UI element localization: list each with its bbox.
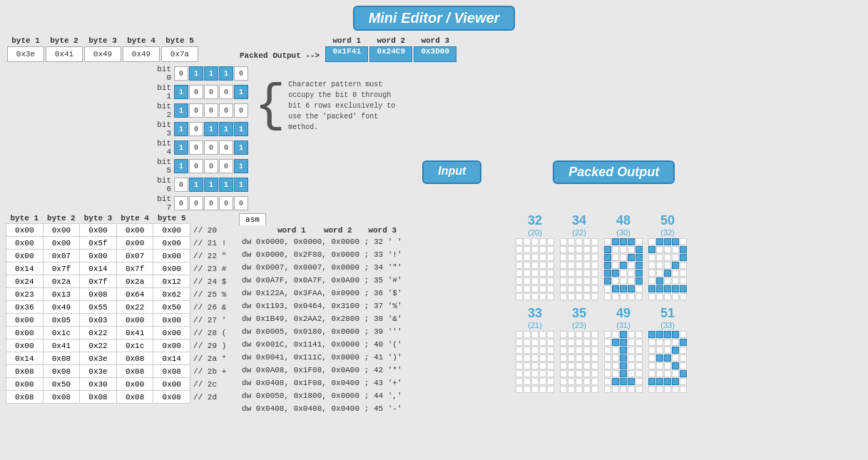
- bit-cell-r7-c1[interactable]: 0: [189, 196, 203, 210]
- bit-cell-r0-c0[interactable]: 0: [174, 66, 188, 81]
- input-cell-r6-c4[interactable]: 0x50: [153, 301, 190, 314]
- input-cell-r12-c4[interactable]: 0x00: [153, 378, 190, 391]
- bit-cell-r3-c0[interactable]: 1: [174, 122, 188, 136]
- input-cell-r3-c2[interactable]: 0x14: [80, 262, 117, 275]
- input-cell-r13-c3[interactable]: 0x08: [116, 391, 153, 404]
- input-cell-r2-c1[interactable]: 0x07: [43, 250, 80, 262]
- bit-cell-r6-c2[interactable]: 1: [204, 178, 218, 192]
- bit-cell-r2-c2[interactable]: 0: [204, 103, 218, 118]
- bit-cell-r1-c0[interactable]: 1: [174, 85, 188, 99]
- byte-input-2[interactable]: [46, 46, 83, 62]
- input-cell-r1-c0[interactable]: 0x00: [6, 237, 44, 250]
- bit-cell-r1-c3[interactable]: 0: [219, 85, 233, 99]
- input-cell-r4-c1[interactable]: 0x2a: [43, 275, 80, 288]
- input-cell-r13-c0[interactable]: 0x08: [6, 391, 44, 404]
- bit-cell-r5-c4[interactable]: 1: [234, 159, 248, 173]
- input-cell-r5-c2[interactable]: 0x08: [80, 288, 117, 301]
- input-cell-r10-c4[interactable]: 0x14: [153, 352, 190, 365]
- input-cell-r8-c0[interactable]: 0x00: [6, 327, 44, 339]
- input-cell-r10-c3[interactable]: 0x08: [116, 352, 153, 365]
- byte-input-5[interactable]: [161, 46, 198, 62]
- bit-cell-r6-c0[interactable]: 0: [174, 178, 188, 192]
- input-cell-r2-c4[interactable]: 0x00: [153, 250, 190, 262]
- input-cell-r7-c3[interactable]: 0x00: [116, 314, 153, 327]
- input-cell-r11-c1[interactable]: 0x08: [43, 365, 80, 378]
- input-cell-r7-c4[interactable]: 0x00: [153, 314, 190, 327]
- bit-cell-r4-c4[interactable]: 1: [234, 140, 248, 155]
- bit-cell-r3-c2[interactable]: 1: [204, 122, 218, 136]
- byte-input-1[interactable]: [7, 46, 44, 62]
- input-cell-r11-c2[interactable]: 0x3e: [80, 365, 117, 378]
- bit-cell-r3-c3[interactable]: 1: [219, 122, 233, 136]
- input-cell-r5-c1[interactable]: 0x13: [43, 288, 80, 301]
- input-cell-r12-c3[interactable]: 0x00: [116, 378, 153, 391]
- input-cell-r0-c3[interactable]: 0x00: [116, 224, 153, 237]
- input-cell-r9-c1[interactable]: 0x41: [43, 339, 80, 352]
- byte-input-4[interactable]: [123, 46, 160, 62]
- input-cell-r3-c0[interactable]: 0x14: [6, 262, 44, 275]
- bit-cell-r0-c2[interactable]: 1: [204, 66, 218, 81]
- input-cell-r12-c0[interactable]: 0x00: [6, 378, 44, 391]
- input-cell-r4-c3[interactable]: 0x2a: [116, 275, 153, 288]
- input-cell-r0-c2[interactable]: 0x00: [80, 224, 117, 237]
- bit-cell-r3-c1[interactable]: 0: [189, 122, 203, 136]
- input-cell-r11-c3[interactable]: 0x08: [116, 365, 153, 378]
- byte-input-3[interactable]: [84, 46, 121, 62]
- bit-cell-r1-c4[interactable]: 1: [234, 85, 248, 99]
- bit-cell-r7-c3[interactable]: 0: [219, 196, 233, 210]
- input-cell-r13-c4[interactable]: 0x08: [153, 391, 190, 404]
- input-cell-r6-c0[interactable]: 0x36: [6, 301, 44, 314]
- bit-cell-r0-c3[interactable]: 1: [219, 66, 233, 81]
- input-cell-r7-c0[interactable]: 0x00: [6, 314, 44, 327]
- input-cell-r8-c3[interactable]: 0x41: [116, 327, 153, 339]
- bit-cell-r2-c4[interactable]: 0: [234, 103, 248, 118]
- bit-cell-r6-c4[interactable]: 1: [234, 178, 248, 192]
- input-cell-r2-c2[interactable]: 0x00: [80, 250, 117, 262]
- bit-cell-r2-c3[interactable]: 0: [219, 103, 233, 118]
- bit-cell-r2-c0[interactable]: 1: [174, 103, 188, 118]
- bit-cell-r0-c1[interactable]: 1: [189, 66, 203, 81]
- input-cell-r7-c1[interactable]: 0x05: [43, 314, 80, 327]
- bit-cell-r5-c3[interactable]: 0: [219, 159, 233, 173]
- input-cell-r13-c2[interactable]: 0x08: [80, 391, 117, 404]
- input-cell-r1-c3[interactable]: 0x00: [116, 237, 153, 250]
- input-cell-r10-c1[interactable]: 0x08: [43, 352, 80, 365]
- input-cell-r8-c4[interactable]: 0x00: [153, 327, 190, 339]
- bit-cell-r7-c2[interactable]: 0: [204, 196, 218, 210]
- input-cell-r1-c2[interactable]: 0x5f: [80, 237, 117, 250]
- input-cell-r10-c0[interactable]: 0x14: [6, 352, 44, 365]
- input-cell-r11-c0[interactable]: 0x08: [6, 365, 44, 378]
- bit-cell-r4-c1[interactable]: 0: [189, 140, 203, 155]
- input-cell-r9-c4[interactable]: 0x00: [153, 339, 190, 352]
- input-cell-r13-c1[interactable]: 0x08: [43, 391, 80, 404]
- input-cell-r4-c0[interactable]: 0x24: [6, 275, 44, 288]
- bit-cell-r1-c2[interactable]: 0: [204, 85, 218, 99]
- input-cell-r6-c3[interactable]: 0x22: [116, 301, 153, 314]
- input-cell-r6-c1[interactable]: 0x49: [43, 301, 80, 314]
- bit-cell-r4-c0[interactable]: 1: [174, 140, 188, 155]
- input-cell-r3-c1[interactable]: 0x7f: [43, 262, 80, 275]
- input-cell-r4-c4[interactable]: 0x12: [153, 275, 190, 288]
- input-cell-r6-c2[interactable]: 0x55: [80, 301, 117, 314]
- bit-cell-r5-c2[interactable]: 0: [204, 159, 218, 173]
- bit-cell-r7-c4[interactable]: 0: [234, 196, 248, 210]
- bit-cell-r4-c2[interactable]: 0: [204, 140, 218, 155]
- input-cell-r9-c2[interactable]: 0x22: [80, 339, 117, 352]
- input-cell-r11-c4[interactable]: 0x08: [153, 365, 190, 378]
- input-cell-r12-c1[interactable]: 0x50: [43, 378, 80, 391]
- bit-cell-r7-c0[interactable]: 0: [174, 196, 188, 210]
- bit-cell-r1-c1[interactable]: 0: [189, 85, 203, 99]
- input-cell-r5-c4[interactable]: 0x62: [153, 288, 190, 301]
- bit-cell-r4-c3[interactable]: 0: [219, 140, 233, 155]
- input-cell-r1-c4[interactable]: 0x00: [153, 237, 190, 250]
- input-cell-r10-c2[interactable]: 0x3e: [80, 352, 117, 365]
- input-cell-r12-c2[interactable]: 0x30: [80, 378, 117, 391]
- asm-tab[interactable]: asm: [239, 213, 266, 225]
- input-cell-r0-c1[interactable]: 0x00: [43, 224, 80, 237]
- input-cell-r8-c1[interactable]: 0x1c: [43, 327, 80, 339]
- bit-cell-r6-c3[interactable]: 1: [219, 178, 233, 192]
- bit-cell-r5-c1[interactable]: 0: [189, 159, 203, 173]
- bit-cell-r3-c4[interactable]: 1: [234, 122, 248, 136]
- input-cell-r0-c0[interactable]: 0x00: [6, 224, 44, 237]
- input-cell-r2-c3[interactable]: 0x07: [116, 250, 153, 262]
